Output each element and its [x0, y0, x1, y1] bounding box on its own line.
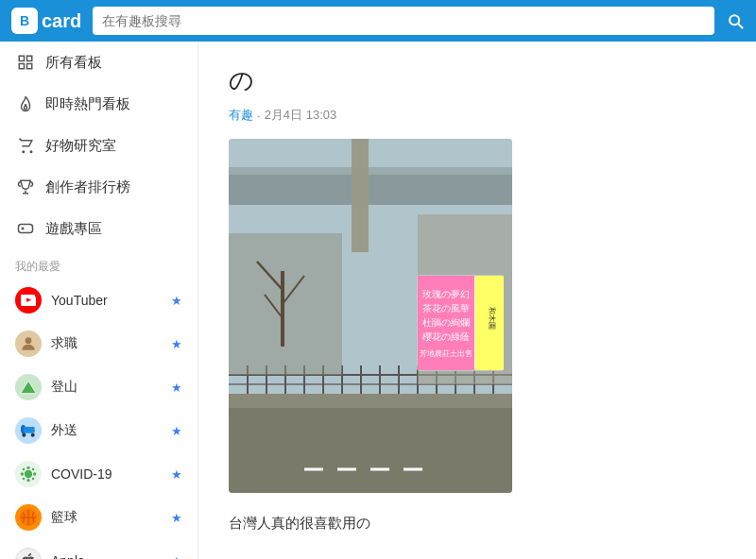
sidebar-item-covid[interactable]: COVID-19 ★	[0, 452, 198, 496]
post-category[interactable]: 有趣	[229, 107, 253, 124]
delivery-star: ★	[171, 424, 182, 438]
hiking-star: ★	[171, 381, 182, 395]
apple-star: ★	[171, 554, 182, 560]
svg-point-14	[26, 466, 29, 469]
sidebar-item-youtuber[interactable]: YouTuber ★	[0, 279, 198, 322]
svg-text:和木園: 和木園	[488, 307, 496, 330]
svg-rect-25	[229, 167, 512, 175]
sidebar-item-hot-boards[interactable]: 即時熱門看板	[0, 83, 198, 125]
sidebar-label-games: 遊戲專區	[45, 220, 102, 238]
trophy-icon	[15, 177, 36, 197]
svg-rect-6	[19, 225, 33, 233]
svg-point-16	[21, 472, 24, 475]
svg-rect-27	[229, 403, 512, 493]
svg-point-7	[26, 337, 32, 344]
svg-rect-46	[229, 233, 342, 375]
apple-label: Apple	[51, 553, 162, 559]
svg-point-5	[30, 151, 32, 153]
sidebar: 所有看板 即時熱門看板 好物研究室	[0, 42, 198, 559]
svg-point-15	[26, 479, 29, 482]
post-title: の	[229, 64, 726, 97]
delivery-icon	[15, 417, 42, 444]
sidebar-item-games[interactable]: 遊戲專區	[0, 208, 198, 249]
svg-point-4	[23, 151, 25, 153]
svg-point-21	[32, 478, 35, 481]
covid-label: COVID-19	[51, 466, 162, 482]
youtuber-star: ★	[171, 294, 182, 308]
hiking-label: 登山	[51, 379, 162, 396]
favorites-section-label: 我的最愛	[0, 249, 198, 279]
shop-icon	[15, 135, 36, 156]
svg-rect-26	[352, 139, 369, 252]
svg-text:茶花の風華: 茶花の風華	[422, 303, 470, 313]
svg-point-11	[22, 433, 26, 437]
svg-text:櫻花の綠蔭: 櫻花の綠蔭	[422, 331, 470, 342]
covid-icon	[15, 461, 42, 487]
svg-rect-2	[19, 64, 24, 69]
header: B card	[0, 0, 756, 42]
basketball-star: ★	[171, 511, 182, 525]
svg-marker-8	[21, 381, 37, 393]
svg-point-13	[25, 470, 32, 478]
delivery-label: 外送	[51, 422, 162, 439]
post-meta-separator: ·	[257, 109, 261, 123]
sidebar-item-all-boards[interactable]: 所有看板	[0, 42, 198, 83]
basketball-label: 籃球	[51, 509, 162, 526]
post-image: 玫瑰の夢幻 茶花の風華 杜鵑の絢爛 櫻花の綠蔭 芳地農莊土出售 和木園	[229, 139, 512, 493]
basketball-icon	[15, 504, 42, 531]
layout: 所有看板 即時熱門看板 好物研究室	[0, 42, 756, 559]
sidebar-item-basketball[interactable]: 籃球 ★	[0, 496, 198, 539]
sidebar-item-good-stuff[interactable]: 好物研究室	[0, 125, 198, 166]
svg-point-12	[31, 433, 35, 437]
sidebar-label-all-boards: 所有看板	[45, 54, 102, 72]
logo[interactable]: B card	[11, 8, 81, 34]
sidebar-item-apple[interactable]: Apple ★	[0, 539, 198, 559]
svg-rect-28	[229, 394, 512, 408]
search-icon	[726, 11, 745, 30]
svg-rect-47	[281, 271, 284, 347]
sidebar-item-hiking[interactable]: 登山 ★	[0, 365, 198, 409]
job-search-star: ★	[171, 337, 182, 351]
sidebar-label-hot-boards: 即時熱門看板	[45, 95, 130, 113]
logo-text: card	[42, 10, 81, 32]
logo-icon: B	[11, 8, 38, 34]
svg-rect-10	[24, 427, 35, 433]
post-date: 2月4日 13:03	[265, 107, 337, 124]
youtuber-icon	[15, 287, 42, 313]
svg-rect-3	[27, 64, 32, 69]
post-content: 台灣人真的很喜歡用の	[229, 512, 726, 534]
job-search-icon	[15, 330, 42, 357]
gamepad-icon	[15, 218, 36, 239]
hiking-icon	[15, 374, 42, 400]
sidebar-item-job-search[interactable]: 求職 ★	[0, 322, 198, 365]
post-meta: 有趣 · 2月4日 13:03	[229, 107, 726, 124]
svg-text:玫瑰の夢幻: 玫瑰の夢幻	[422, 289, 470, 299]
sidebar-label-good-stuff: 好物研究室	[45, 137, 116, 155]
fire-icon	[15, 93, 36, 114]
sidebar-item-creator-rank[interactable]: 創作者排行榜	[0, 166, 198, 208]
sidebar-label-creator-rank: 創作者排行榜	[45, 178, 130, 196]
svg-text:杜鵑の絢爛: 杜鵑の絢爛	[422, 317, 470, 328]
svg-text:芳地農莊土出售: 芳地農莊土出售	[420, 349, 472, 358]
search-input[interactable]	[93, 7, 714, 35]
svg-point-19	[32, 468, 35, 471]
covid-star: ★	[171, 467, 182, 482]
apple-icon	[15, 548, 42, 559]
search-button[interactable]	[726, 11, 745, 30]
main-content: の 有趣 · 2月4日 13:03	[198, 42, 756, 559]
sidebar-item-delivery[interactable]: 外送 ★	[0, 409, 198, 452]
svg-point-20	[23, 478, 26, 481]
grid-icon	[15, 52, 36, 73]
svg-point-18	[23, 468, 26, 471]
svg-point-17	[33, 472, 36, 475]
svg-rect-0	[19, 56, 24, 60]
youtuber-label: YouTuber	[51, 293, 162, 308]
svg-rect-1	[27, 56, 32, 60]
job-search-label: 求職	[51, 335, 162, 352]
